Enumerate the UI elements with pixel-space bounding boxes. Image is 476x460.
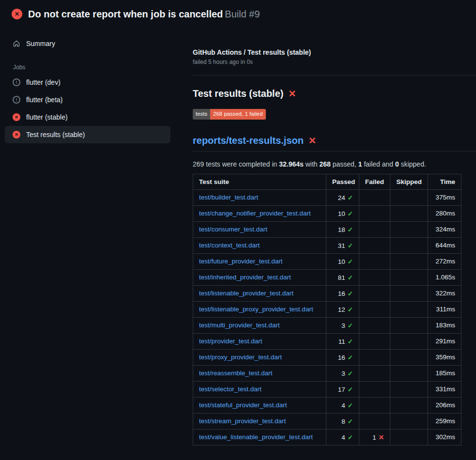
table-row: test/change_notifier_provider_test.dart … bbox=[193, 205, 461, 221]
table-row: test/selector_test.dart 17✓ 331ms bbox=[193, 381, 461, 397]
summary-label: Summary bbox=[26, 40, 55, 47]
test-suite-link[interactable]: test/stateful_provider_test.dart bbox=[199, 401, 287, 409]
report-link[interactable]: reports/test-results.json bbox=[193, 135, 304, 146]
skipped-cell bbox=[390, 285, 428, 301]
passed-cell: 10✓ bbox=[326, 205, 359, 221]
test-suite-link[interactable]: test/selector_test.dart bbox=[199, 385, 261, 393]
failed-cell bbox=[359, 317, 390, 333]
build-number: Build #9 bbox=[225, 9, 260, 19]
job-label: flutter (stable) bbox=[26, 113, 68, 121]
failed-cell bbox=[359, 269, 390, 285]
check-icon: ✓ bbox=[348, 306, 353, 313]
skipped-cell bbox=[390, 221, 428, 237]
test-suite-link[interactable]: test/builder_test.dart bbox=[199, 194, 258, 201]
passed-cell: 18✓ bbox=[326, 221, 359, 237]
alert-circle-icon: ! bbox=[13, 78, 20, 86]
passed-cell: 4✓ bbox=[326, 429, 359, 445]
table-row: test/future_provider_test.dart 10✓ 272ms bbox=[193, 253, 461, 269]
check-icon: ✓ bbox=[348, 354, 353, 361]
table-row: test/stateful_provider_test.dart 4✓ 206m… bbox=[193, 397, 461, 413]
table-row: test/proxy_provider_test.dart 16✓ 359ms bbox=[193, 349, 461, 365]
test-suite-link[interactable]: test/inherited_provider_test.dart bbox=[199, 274, 291, 281]
x-icon: ✕ bbox=[288, 88, 296, 99]
passed-cell: 31✓ bbox=[326, 237, 359, 253]
test-suite-link[interactable]: test/proxy_provider_test.dart bbox=[199, 353, 282, 361]
time-cell: 359ms bbox=[428, 349, 461, 365]
skipped-cell bbox=[390, 237, 428, 253]
jobs-list: ! flutter (dev) ! flutter (beta) ✕ flutt… bbox=[5, 74, 170, 143]
test-suite-link[interactable]: test/stream_provider_test.dart bbox=[199, 417, 286, 425]
table-row: test/builder_test.dart 24✓ 375ms bbox=[193, 189, 461, 205]
divider bbox=[193, 75, 476, 76]
summary-skipped-count: 0 bbox=[395, 160, 399, 168]
suite-cell: test/builder_test.dart bbox=[193, 189, 326, 205]
tests-badge: tests 268 passed, 1 failed bbox=[193, 109, 266, 120]
failed-cell bbox=[359, 221, 390, 237]
page-title: Do not create report when job is cancell… bbox=[28, 8, 260, 20]
test-suite-link[interactable]: test/provider_test.dart bbox=[199, 337, 262, 345]
test-suite-link[interactable]: test/multi_provider_test.dart bbox=[199, 322, 280, 329]
test-suite-link[interactable]: test/reassemble_test.dart bbox=[199, 369, 273, 377]
badge-label: tests bbox=[193, 109, 210, 120]
sidebar-item-flutter-dev[interactable]: ! flutter (dev) bbox=[5, 74, 170, 91]
table-row: test/reassemble_test.dart 3✓ 185ms bbox=[193, 365, 461, 381]
test-suite-link[interactable]: test/future_provider_test.dart bbox=[199, 258, 283, 265]
suite-cell: test/context_test.dart bbox=[193, 237, 326, 253]
suite-cell: test/value_listenable_provider_test.dart bbox=[193, 429, 326, 445]
test-suite-link[interactable]: test/context_test.dart bbox=[199, 242, 260, 249]
time-cell: 259ms bbox=[428, 413, 461, 429]
layout: Summary Jobs ! flutter (dev) ! flutter (… bbox=[0, 27, 476, 445]
job-label: flutter (dev) bbox=[26, 78, 61, 86]
time-cell: 375ms bbox=[428, 189, 461, 205]
test-suite-link[interactable]: test/consumer_test.dart bbox=[199, 226, 267, 233]
skipped-cell bbox=[390, 333, 428, 349]
passed-cell: 4✓ bbox=[326, 397, 359, 413]
x-circle-icon: ✕ bbox=[13, 113, 20, 121]
check-icon: ✓ bbox=[348, 290, 353, 297]
check-icon: ✓ bbox=[348, 402, 353, 409]
suite-cell: test/provider_test.dart bbox=[193, 333, 326, 349]
suite-cell: test/multi_provider_test.dart bbox=[193, 317, 326, 333]
home-icon bbox=[13, 40, 20, 47]
sidebar-item-summary[interactable]: Summary bbox=[5, 35, 170, 52]
skipped-cell bbox=[390, 349, 428, 365]
skipped-cell bbox=[390, 397, 428, 413]
failed-cell: 1✕ bbox=[359, 429, 390, 445]
suite-cell: test/listenable_proxy_provider_test.dart bbox=[193, 301, 326, 317]
breadcrumb: GitHub Actions / Test results (stable) bbox=[193, 48, 476, 56]
check-icon: ✓ bbox=[348, 210, 353, 217]
check-icon: ✓ bbox=[348, 370, 353, 377]
summary-line: 269 tests were completed in 32.964s with… bbox=[193, 160, 476, 168]
skipped-cell bbox=[390, 253, 428, 269]
check-title: Do not create report when job is cancell… bbox=[28, 9, 223, 19]
suite-cell: test/stateful_provider_test.dart bbox=[193, 397, 326, 413]
col-header-test-suite: Test suite bbox=[193, 174, 326, 189]
sidebar-item-flutter-beta[interactable]: ! flutter (beta) bbox=[5, 91, 170, 108]
failed-cell bbox=[359, 333, 390, 349]
test-suite-link[interactable]: test/listenable_provider_test.dart bbox=[199, 290, 293, 297]
summary-prefix: 269 tests were completed in bbox=[193, 160, 279, 168]
summary-duration: 32.964s bbox=[279, 160, 304, 168]
test-suite-link[interactable]: test/value_listenable_provider_test.dart bbox=[199, 433, 313, 441]
check-icon: ✓ bbox=[348, 322, 353, 329]
sidebar-item-test-results-stable[interactable]: ✕ Test results (stable) bbox=[5, 126, 170, 143]
time-cell: 183ms bbox=[428, 317, 461, 333]
suite-cell: test/future_provider_test.dart bbox=[193, 253, 326, 269]
test-suite-link[interactable]: test/change_notifier_provider_test.dart bbox=[199, 210, 310, 217]
passed-cell: 3✓ bbox=[326, 317, 359, 333]
failed-cell bbox=[359, 285, 390, 301]
suite-cell: test/inherited_provider_test.dart bbox=[193, 269, 326, 285]
time-cell: 302ms bbox=[428, 429, 461, 445]
col-header-time: Time bbox=[428, 174, 461, 189]
check-icon: ✓ bbox=[348, 338, 353, 345]
time-cell: 272ms bbox=[428, 253, 461, 269]
suite-cell: test/selector_test.dart bbox=[193, 381, 326, 397]
check-icon: ✓ bbox=[348, 386, 353, 393]
passed-cell: 17✓ bbox=[326, 381, 359, 397]
test-suite-link[interactable]: test/listenable_proxy_provider_test.dart bbox=[199, 306, 313, 313]
check-icon: ✓ bbox=[348, 434, 353, 441]
suite-cell: test/consumer_test.dart bbox=[193, 221, 326, 237]
sidebar-item-flutter-stable[interactable]: ✕ flutter (stable) bbox=[5, 108, 170, 126]
skipped-cell bbox=[390, 413, 428, 429]
passed-cell: 16✓ bbox=[326, 285, 359, 301]
